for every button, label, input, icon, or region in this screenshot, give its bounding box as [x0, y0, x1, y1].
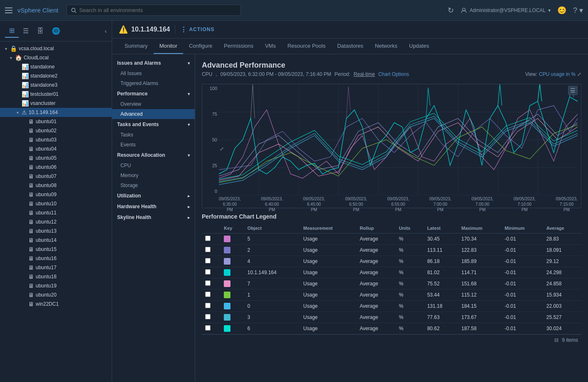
row-check-input-2[interactable] — [205, 258, 211, 263]
tree-item-ubuntu06[interactable]: 🖥ubuntu06 — [0, 163, 112, 172]
row-key-7 — [220, 312, 244, 323]
nav-item-triggered-alarms[interactable]: Triggered Alarms — [112, 78, 195, 88]
row-checkbox-7[interactable] — [202, 312, 220, 323]
nav-item-overview[interactable]: Overview — [112, 99, 195, 109]
tree-item-cloudlocal[interactable]: ▾🏠CloudLocal — [0, 53, 112, 62]
tree-item-ubuntu01[interactable]: 🖥ubuntu01 — [0, 117, 112, 126]
tab-configure[interactable]: Configure — [183, 39, 218, 54]
nav-item-events[interactable]: Events — [112, 140, 195, 150]
tree-item-ubuntu09[interactable]: 🖥ubuntu09 — [0, 190, 112, 199]
tree-item-ubuntu12[interactable]: 🖥ubuntu12 — [0, 217, 112, 226]
tree-item-ubuntu05[interactable]: 🖥ubuntu05 — [0, 153, 112, 163]
tree-item-ubuntu15[interactable]: 🖥ubuntu15 — [0, 245, 112, 254]
sidebar-collapse-button[interactable]: ‹ — [105, 24, 107, 38]
chart-period-value[interactable]: Real-time — [354, 71, 375, 77]
footer-panel-icon[interactable]: ⊟ — [554, 337, 559, 343]
nav-section-skyline-health[interactable]: Skyline Health▸ — [112, 212, 195, 223]
help-button[interactable]: ? ▾ — [573, 6, 583, 15]
refresh-button[interactable]: ↻ — [448, 6, 454, 15]
sidebar-globe-icon[interactable]: 🌐 — [48, 24, 64, 38]
user-info[interactable]: Administrator@VSPHERE.LOCAL ▾ — [461, 7, 551, 14]
tree-item-ubuntu20[interactable]: 🖥ubuntu20 — [0, 290, 112, 299]
nav-item-storage[interactable]: Storage — [112, 180, 195, 190]
actions-button[interactable]: ⋮ ACTIONS — [180, 26, 214, 34]
tree-item-ubuntu17[interactable]: 🖥ubuntu17 — [0, 263, 112, 272]
tab-monitor[interactable]: Monitor — [154, 39, 183, 54]
row-check-input-4[interactable] — [205, 280, 211, 286]
nav-section-hardware-health[interactable]: Hardware Health▸ — [112, 201, 195, 212]
row-checkbox-6[interactable] — [202, 301, 220, 312]
row-object-5: 1 — [244, 290, 300, 301]
tab-networks[interactable]: Networks — [369, 39, 403, 54]
row-checkbox-5[interactable] — [202, 290, 220, 301]
tree-item-standalone2[interactable]: 📊standalone2 — [0, 71, 112, 80]
actions-label: ACTIONS — [189, 27, 214, 32]
row-check-input-1[interactable] — [205, 247, 211, 252]
hamburger-menu[interactable] — [5, 7, 12, 13]
tree-item-ubuntu08[interactable]: 🖥ubuntu08 — [0, 181, 112, 190]
tab-updates[interactable]: Updates — [403, 39, 435, 54]
tree-item-ubuntu02[interactable]: 🖥ubuntu02 — [0, 126, 112, 135]
nav-section-performance[interactable]: Performance▾ — [112, 88, 195, 99]
chart-expand-icon[interactable]: ⤢ — [577, 71, 581, 77]
top-header: vSphere Client ↻ Administrator@VSPHERE.L… — [0, 0, 588, 21]
tree-item-vsancluster[interactable]: 📊vsancluster — [0, 99, 112, 108]
tree-item-standalone[interactable]: 📊standalone — [0, 62, 112, 71]
tab-permissions[interactable]: Permissions — [218, 39, 259, 54]
row-check-input-3[interactable] — [205, 269, 211, 275]
row-checkbox-1[interactable] — [202, 245, 220, 256]
nav-section-utilization[interactable]: Utilization▸ — [112, 190, 195, 201]
tree-item-ubuntu10[interactable]: 🖥ubuntu10 — [0, 199, 112, 208]
row-maximum-0: 170.34 — [458, 234, 501, 245]
emoji-button[interactable]: 😊 — [557, 6, 566, 15]
legend-section: Performance Chart Legend Key Object Meas… — [202, 213, 581, 346]
sidebar-doc-icon[interactable]: ☰ — [19, 24, 33, 38]
tree-item-ubuntu18[interactable]: 🖥ubuntu18 — [0, 272, 112, 281]
tab-vms[interactable]: VMs — [259, 39, 282, 54]
nav-item-advanced[interactable]: Advanced — [112, 109, 195, 119]
search-input[interactable] — [79, 7, 237, 13]
tree-item-ubuntu04[interactable]: 🖥ubuntu04 — [0, 144, 112, 153]
nav-section-tasks-events[interactable]: Tasks and Events▾ — [112, 119, 195, 130]
row-checkbox-0[interactable] — [202, 234, 220, 245]
nav-section-resource-allocation[interactable]: Resource Allocation▾ — [112, 150, 195, 161]
row-units-3: % — [396, 267, 424, 278]
row-check-input-6[interactable] — [205, 303, 211, 308]
tree-item-win22dc1[interactable]: 🖥win22DC1 — [0, 299, 112, 309]
tree-item-testcluster01[interactable]: 📊testcluster01 — [0, 90, 112, 99]
row-check-input-0[interactable] — [205, 236, 211, 241]
tree-item-ubuntu16[interactable]: 🖥ubuntu16 — [0, 254, 112, 263]
nav-item-all-issues[interactable]: All Issues — [112, 68, 195, 78]
nav-item-tasks[interactable]: Tasks — [112, 130, 195, 140]
row-check-input-7[interactable] — [205, 314, 211, 319]
tree-item-ubuntu19[interactable]: 🖥ubuntu19 — [0, 281, 112, 290]
nav-item-cpu[interactable]: CPU — [112, 161, 195, 170]
sidebar-storage-icon[interactable]: 🗄 — [33, 24, 48, 38]
row-check-input-5[interactable] — [205, 292, 211, 297]
nav-section-issues-alarms[interactable]: Issues and Alarms▾ — [112, 58, 195, 68]
row-check-input-8[interactable] — [205, 325, 211, 331]
tree-item-host[interactable]: ▾⚠10.1.149.164 — [0, 108, 112, 117]
tab-summary[interactable]: Summary — [119, 39, 154, 54]
nav-item-memory[interactable]: Memory — [112, 170, 195, 180]
row-checkbox-8[interactable] — [202, 323, 220, 334]
chart-scale-button[interactable]: ⤢ — [220, 146, 224, 152]
tree-label-ubuntu01: ubuntu01 — [36, 119, 56, 124]
tab-resource-pools[interactable]: Resource Pools — [282, 39, 331, 54]
chart-menu-button[interactable]: ☰ — [568, 86, 578, 95]
tree-icon-ubuntu09: 🖥 — [28, 191, 34, 198]
chart-options-link[interactable]: Chart Options — [378, 71, 409, 77]
tree-item-ubuntu13[interactable]: 🖥ubuntu13 — [0, 226, 112, 236]
tree-item-standalone3[interactable]: 📊standalone3 — [0, 80, 112, 90]
tree-item-vcsa[interactable]: ▾🔒vcsa.cloud.local — [0, 44, 112, 53]
row-checkbox-3[interactable] — [202, 267, 220, 278]
tree-item-ubuntu03[interactable]: 🖥ubuntu03 — [0, 135, 112, 144]
tree-item-ubuntu07[interactable]: 🖥ubuntu07 — [0, 172, 112, 181]
row-checkbox-4[interactable] — [202, 278, 220, 290]
sidebar-panel-icon[interactable]: ⊞ — [5, 24, 19, 38]
tree-item-ubuntu14[interactable]: 🖥ubuntu14 — [0, 236, 112, 245]
search-bar — [66, 5, 241, 16]
tab-datastores[interactable]: Datastores — [331, 39, 369, 54]
tree-item-ubuntu11[interactable]: 🖥ubuntu11 — [0, 208, 112, 217]
row-checkbox-2[interactable] — [202, 256, 220, 267]
